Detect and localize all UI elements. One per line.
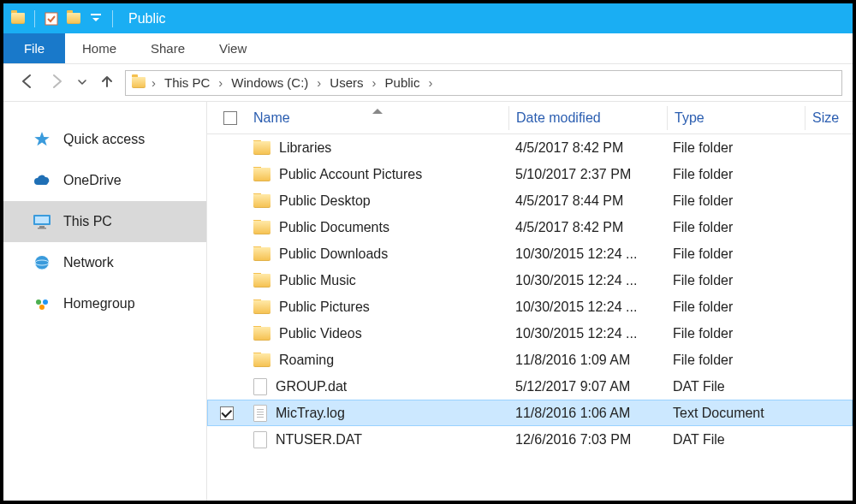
navitem-label: OneDrive: [63, 173, 122, 188]
file-row[interactable]: Libraries4/5/2017 8:42 PMFile folder: [207, 134, 853, 161]
svg-point-9: [43, 299, 48, 305]
tab-view[interactable]: View: [202, 33, 264, 63]
file-type: File folder: [666, 299, 803, 315]
chevron-right-icon[interactable]: ›: [150, 75, 158, 90]
chevron-right-icon[interactable]: ›: [315, 75, 323, 90]
breadcrumb-this-pc[interactable]: This PC: [159, 74, 215, 92]
navigation-pane: Quick access OneDrive This PC Network: [3, 102, 207, 501]
file-type: File folder: [666, 220, 803, 235]
back-button[interactable]: [19, 73, 36, 93]
file-row[interactable]: Public Documents4/5/2017 8:42 PMFile fol…: [207, 214, 853, 240]
file-row[interactable]: Public Music10/30/2015 12:24 ...File fol…: [207, 267, 853, 294]
navitem-this-pc[interactable]: This PC: [3, 201, 206, 242]
column-headers: Name Date modified Type Size: [207, 102, 853, 134]
folder-icon: [129, 74, 148, 92]
file-row[interactable]: Public Account Pictures5/10/2017 2:37 PM…: [207, 161, 853, 187]
row-name-cell[interactable]: Public Pictures: [247, 299, 508, 315]
up-button[interactable]: [99, 74, 115, 92]
row-name-cell[interactable]: Public Downloads: [247, 246, 508, 262]
file-type: File folder: [666, 353, 803, 368]
file-list: Libraries4/5/2017 8:42 PMFile folderPubl…: [207, 134, 853, 453]
window-title: Public: [128, 11, 166, 27]
homegroup-icon: [33, 294, 51, 313]
row-name-cell[interactable]: Public Music: [247, 273, 508, 288]
row-name-cell[interactable]: Public Videos: [247, 326, 508, 341]
tab-home[interactable]: Home: [65, 33, 134, 63]
svg-rect-0: [45, 13, 57, 25]
file-type: File folder: [666, 246, 803, 262]
row-name-cell[interactable]: Roaming: [247, 353, 508, 368]
properties-icon[interactable]: [42, 9, 61, 28]
row-name-cell[interactable]: Public Desktop: [247, 193, 508, 209]
navitem-onedrive[interactable]: OneDrive: [3, 160, 206, 201]
address-bar[interactable]: › This PC › Windows (C:) › Users › Publi…: [125, 70, 842, 96]
chevron-right-icon[interactable]: ›: [426, 75, 434, 90]
separator: [34, 10, 35, 27]
file-type: File folder: [666, 193, 803, 209]
file-tab[interactable]: File: [3, 33, 65, 63]
quick-access-toolbar: [9, 9, 116, 28]
file-date: 4/5/2017 8:42 PM: [508, 140, 666, 156]
chevron-right-icon[interactable]: ›: [217, 75, 224, 90]
column-header-size[interactable]: Size: [805, 110, 853, 126]
row-name-cell[interactable]: Libraries: [247, 140, 508, 156]
breadcrumb-public[interactable]: Public: [380, 74, 425, 92]
file-row[interactable]: Public Pictures10/30/2015 12:24 ...File …: [207, 294, 853, 320]
row-name-cell[interactable]: GROUP.dat: [247, 378, 508, 395]
tab-share[interactable]: Share: [134, 33, 202, 63]
file-date: 10/30/2015 12:24 ...: [508, 326, 666, 341]
dropdown-icon[interactable]: [86, 9, 105, 28]
folder-icon: [253, 221, 270, 234]
breadcrumb-drive[interactable]: Windows (C:): [226, 74, 313, 92]
file-name: Public Desktop: [279, 193, 371, 209]
column-header-date[interactable]: Date modified: [509, 110, 667, 126]
file-name: Public Pictures: [279, 299, 370, 315]
column-header-name[interactable]: Name: [247, 110, 508, 126]
file-row[interactable]: Roaming11/8/2016 1:09 AMFile folder: [207, 347, 853, 373]
row-checkbox[interactable]: [220, 406, 234, 420]
svg-rect-5: [38, 228, 46, 229]
svg-rect-4: [39, 226, 45, 228]
svg-rect-1: [91, 14, 101, 15]
file-row[interactable]: Public Desktop4/5/2017 8:44 PMFile folde…: [207, 187, 853, 214]
column-header-type[interactable]: Type: [668, 110, 805, 126]
row-name-cell[interactable]: Public Documents: [247, 220, 508, 235]
file-date: 4/5/2017 8:44 PM: [508, 193, 666, 209]
navitem-label: Homegroup: [63, 296, 135, 311]
breadcrumb-users[interactable]: Users: [324, 74, 368, 92]
file-row[interactable]: NTUSER.DAT12/6/2016 7:03 PMDAT File: [207, 426, 853, 453]
folder-icon: [253, 300, 270, 314]
file-row[interactable]: Public Downloads10/30/2015 12:24 ...File…: [207, 240, 853, 267]
folder-icon[interactable]: [64, 9, 83, 28]
file-row[interactable]: MicTray.log11/8/2016 1:06 AMText Documen…: [207, 400, 853, 426]
star-icon: [33, 130, 51, 149]
file-name: Roaming: [279, 353, 334, 368]
text-file-icon: [253, 405, 267, 422]
separator: [112, 10, 113, 27]
folder-icon: [253, 327, 270, 341]
navitem-homegroup[interactable]: Homegroup: [3, 283, 206, 324]
column-header-checkbox[interactable]: [207, 111, 247, 125]
file-row[interactable]: GROUP.dat5/12/2017 9:07 AMDAT File: [207, 373, 853, 400]
file-name: Public Account Pictures: [279, 167, 422, 182]
row-name-cell[interactable]: NTUSER.DAT: [247, 431, 508, 448]
svg-rect-3: [35, 216, 49, 223]
navitem-label: This PC: [63, 214, 112, 229]
chevron-right-icon[interactable]: ›: [371, 75, 378, 90]
file-date: 4/5/2017 8:42 PM: [508, 220, 666, 235]
row-checkbox-cell[interactable]: [207, 406, 247, 420]
file-row[interactable]: Public Videos10/30/2015 12:24 ...File fo…: [207, 320, 853, 347]
navitem-quick-access[interactable]: Quick access: [3, 119, 206, 160]
select-all-checkbox[interactable]: [223, 111, 237, 125]
navitem-network[interactable]: Network: [3, 242, 206, 283]
row-name-cell[interactable]: MicTray.log: [247, 405, 508, 422]
file-date: 5/12/2017 9:07 AM: [508, 379, 666, 394]
file-date: 11/8/2016 1:09 AM: [508, 353, 666, 368]
recent-locations-dropdown[interactable]: [77, 75, 87, 91]
folder-icon: [253, 168, 270, 181]
folder-icon[interactable]: [9, 9, 27, 28]
file-date: 10/30/2015 12:24 ...: [508, 273, 666, 288]
file-date: 12/6/2016 7:03 PM: [508, 432, 666, 448]
row-name-cell[interactable]: Public Account Pictures: [247, 167, 508, 182]
file-name: Public Documents: [279, 220, 389, 235]
